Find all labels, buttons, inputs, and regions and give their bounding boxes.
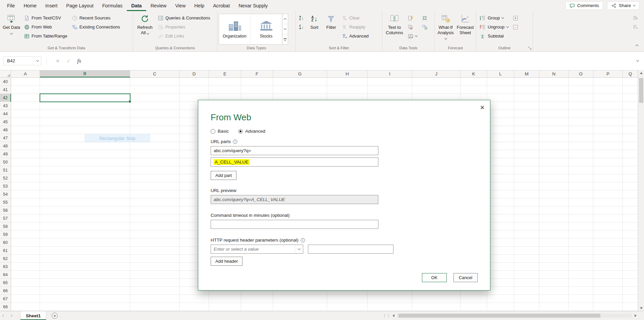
add-header-button[interactable]: Add header bbox=[211, 257, 243, 266]
cell-N49[interactable] bbox=[539, 150, 569, 158]
cell-C54[interactable] bbox=[130, 190, 179, 198]
url-part-1-input[interactable]: abc.com/query?q= bbox=[211, 146, 378, 155]
row-header-53[interactable]: 53 bbox=[0, 182, 11, 190]
cell-O56[interactable] bbox=[569, 206, 593, 214]
cell-A44[interactable] bbox=[11, 110, 40, 118]
cell-L58[interactable] bbox=[487, 222, 514, 231]
consolidate-button[interactable] bbox=[420, 13, 429, 22]
cell-P47[interactable] bbox=[593, 134, 623, 142]
tab-page-layout[interactable]: Page Layout bbox=[62, 0, 98, 11]
cell-B46[interactable] bbox=[40, 126, 130, 134]
row-header-41[interactable]: 41 bbox=[0, 86, 11, 94]
cell-Q52[interactable] bbox=[623, 174, 638, 182]
cell-Q63[interactable] bbox=[623, 263, 638, 271]
select-all-corner[interactable] bbox=[0, 70, 11, 77]
cell-P55[interactable] bbox=[593, 198, 623, 206]
cell-B63[interactable] bbox=[40, 263, 130, 271]
cell-Q51[interactable] bbox=[623, 166, 638, 174]
sort-descending-button[interactable]: ZA↓ bbox=[297, 22, 306, 31]
cell-O67[interactable] bbox=[569, 295, 593, 303]
cell-N67[interactable] bbox=[539, 295, 569, 303]
row-header-59[interactable]: 59 bbox=[0, 231, 11, 239]
cell-C58[interactable] bbox=[130, 222, 179, 231]
sheet-nav-prev-button[interactable] bbox=[0, 315, 7, 317]
cell-N52[interactable] bbox=[539, 174, 569, 182]
hide-detail-button[interactable] bbox=[511, 22, 520, 31]
horizontal-scroll-thumb[interactable] bbox=[398, 314, 600, 318]
cell-C49[interactable] bbox=[130, 150, 179, 158]
cell-M49[interactable] bbox=[514, 150, 539, 158]
column-header-O[interactable]: O bbox=[569, 70, 593, 77]
cell-M40[interactable] bbox=[514, 78, 539, 86]
cell-A60[interactable] bbox=[11, 239, 40, 247]
cell-A40[interactable] bbox=[11, 78, 40, 86]
cell-B48[interactable] bbox=[40, 142, 130, 150]
cell-M65[interactable] bbox=[514, 279, 539, 287]
row-header-45[interactable]: 45 bbox=[0, 118, 11, 126]
cell-L50[interactable] bbox=[487, 158, 514, 166]
cell-N55[interactable] bbox=[539, 198, 569, 206]
cell-N62[interactable] bbox=[539, 255, 569, 263]
cell-H41[interactable] bbox=[327, 86, 368, 94]
outline-dialog-launcher[interactable] bbox=[528, 47, 532, 50]
tab-help[interactable]: Help bbox=[190, 0, 209, 11]
data-type-stocks[interactable]: Stocks bbox=[251, 14, 282, 44]
scroll-down-button[interactable] bbox=[638, 305, 644, 311]
cell-I41[interactable] bbox=[368, 86, 412, 94]
cell-N64[interactable] bbox=[539, 271, 569, 279]
cell-Q53[interactable] bbox=[623, 182, 638, 190]
cell-O59[interactable] bbox=[569, 231, 593, 239]
cell-N41[interactable] bbox=[539, 86, 569, 94]
ok-button[interactable]: OK bbox=[422, 273, 447, 282]
cell-C67[interactable] bbox=[130, 295, 179, 303]
row-header-51[interactable]: 51 bbox=[0, 166, 11, 174]
row-header-52[interactable]: 52 bbox=[0, 174, 11, 182]
group-button[interactable]: Group bbox=[478, 13, 511, 22]
tab-file[interactable]: File bbox=[3, 0, 19, 11]
cell-L55[interactable] bbox=[487, 198, 514, 206]
ribbon-extra-icon-top[interactable] bbox=[631, 13, 640, 22]
cell-E40[interactable] bbox=[209, 78, 241, 86]
existing-connections-button[interactable]: Existing Connections bbox=[70, 22, 122, 31]
row-header-46[interactable]: 46 bbox=[0, 126, 11, 134]
cell-M53[interactable] bbox=[514, 182, 539, 190]
cell-F68[interactable] bbox=[241, 303, 273, 311]
cell-J67[interactable] bbox=[412, 295, 461, 303]
cell-L56[interactable] bbox=[487, 206, 514, 214]
column-header-H[interactable]: H bbox=[327, 70, 368, 77]
cell-P68[interactable] bbox=[593, 303, 623, 311]
cell-N53[interactable] bbox=[539, 182, 569, 190]
column-header-Q[interactable]: Q bbox=[623, 70, 638, 77]
row-header-50[interactable]: 50 bbox=[0, 158, 11, 166]
cell-Q46[interactable] bbox=[623, 126, 638, 134]
cell-M46[interactable] bbox=[514, 126, 539, 134]
cell-L67[interactable] bbox=[487, 295, 514, 303]
gallery-more-button[interactable] bbox=[282, 35, 288, 44]
cell-A54[interactable] bbox=[11, 190, 40, 198]
row-header-65[interactable]: 65 bbox=[0, 279, 11, 287]
cell-N50[interactable] bbox=[539, 158, 569, 166]
cell-O64[interactable] bbox=[569, 271, 593, 279]
cell-P60[interactable] bbox=[593, 239, 623, 247]
cell-N47[interactable] bbox=[539, 134, 569, 142]
cell-O52[interactable] bbox=[569, 174, 593, 182]
cell-P58[interactable] bbox=[593, 222, 623, 231]
cell-B56[interactable] bbox=[40, 206, 130, 214]
column-header-J[interactable]: J bbox=[412, 70, 461, 77]
cell-Q66[interactable] bbox=[623, 287, 638, 295]
cell-N58[interactable] bbox=[539, 222, 569, 231]
cell-N65[interactable] bbox=[539, 279, 569, 287]
sheet-tab-sheet1[interactable]: Sheet1 bbox=[20, 311, 46, 320]
ungroup-button[interactable]: Ungroup bbox=[478, 22, 511, 31]
cell-C50[interactable] bbox=[130, 158, 179, 166]
cell-C57[interactable] bbox=[130, 214, 179, 222]
cell-A62[interactable] bbox=[11, 255, 40, 263]
cell-Q58[interactable] bbox=[623, 222, 638, 231]
collapse-ribbon-button[interactable] bbox=[634, 41, 640, 50]
column-header-K[interactable]: K bbox=[461, 70, 487, 77]
cell-J68[interactable] bbox=[412, 303, 461, 311]
cell-L45[interactable] bbox=[487, 118, 514, 126]
comments-button[interactable]: Comments bbox=[566, 1, 603, 10]
cell-Q65[interactable] bbox=[623, 279, 638, 287]
cell-C60[interactable] bbox=[130, 239, 179, 247]
